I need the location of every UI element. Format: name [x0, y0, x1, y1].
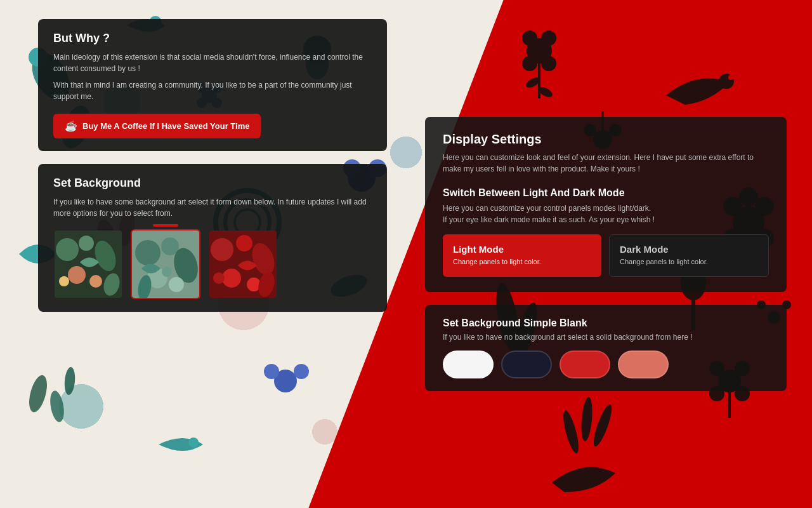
- mode-section: Switch Between Light And Dark Mode Here …: [443, 187, 769, 276]
- svg-point-66: [79, 236, 94, 251]
- thumbnail-3[interactable]: [208, 229, 278, 299]
- why-para2: With that in mind I am creating a commun…: [53, 79, 372, 102]
- why-title: But Why ?: [53, 32, 372, 45]
- mode-section-title: Switch Between Light And Dark Mode: [443, 187, 769, 199]
- svg-point-68: [68, 266, 86, 284]
- display-settings-panel: Display Settings Here you can customize …: [425, 117, 787, 291]
- simple-blank-desc: If you like to have no background art se…: [443, 333, 769, 342]
- coffee-btn-label: Buy Me A Coffee If I Have Saved Your Tim…: [82, 121, 249, 131]
- set-background-panel: Set Background If you like to have some …: [38, 164, 387, 312]
- color-swatches: [443, 351, 769, 378]
- mode-desc-line1: Here you can customize your control pane…: [443, 204, 651, 213]
- svg-point-69: [89, 275, 102, 288]
- why-panel: But Why ? Main ideology of this extensio…: [38, 19, 387, 151]
- svg-point-78: [162, 267, 172, 277]
- main-content: But Why ? Main ideology of this extensio…: [0, 0, 812, 508]
- right-section: Display Settings Here you can customize …: [406, 0, 812, 508]
- light-mode-label: Light Mode: [453, 244, 591, 255]
- set-bg-title: Set Background: [53, 177, 372, 190]
- dark-mode-label: Dark Mode: [620, 244, 758, 255]
- simple-blank-title: Set Background Simple Blank: [443, 318, 769, 329]
- left-section: But Why ? Main ideology of this extensio…: [0, 0, 406, 508]
- mode-buttons: Light Mode Change panels to light color.…: [443, 234, 769, 276]
- svg-point-77: [169, 277, 184, 292]
- mode-desc-line2: If your eye like dark mode make it as su…: [443, 215, 655, 224]
- svg-point-81: [211, 238, 233, 261]
- thumbnail-1[interactable]: [53, 229, 123, 299]
- light-mode-sub: Change panels to light color.: [453, 257, 591, 267]
- svg-point-82: [236, 235, 252, 251]
- swatch-dark[interactable]: [501, 351, 552, 378]
- thumbnail-1-wrapper: [53, 229, 123, 299]
- mode-section-desc: Here you can customize your control pane…: [443, 203, 769, 225]
- coffee-button[interactable]: ☕ Buy Me A Coffee If I Have Saved Your T…: [53, 114, 261, 138]
- swatch-salmon[interactable]: [618, 351, 669, 378]
- selected-indicator: [153, 224, 178, 227]
- dark-mode-button[interactable]: Dark Mode Change panels to light color.: [609, 234, 769, 276]
- svg-point-65: [56, 238, 79, 261]
- bg-thumbnails: [53, 229, 372, 299]
- light-mode-button[interactable]: Light Mode Change panels to light color.: [443, 234, 601, 276]
- swatch-white[interactable]: [443, 351, 494, 378]
- display-title: Display Settings: [443, 132, 769, 147]
- swatch-red[interactable]: [560, 351, 610, 378]
- simple-blank-panel: Set Background Simple Blank If you like …: [425, 305, 787, 391]
- thumbnail-2[interactable]: [131, 229, 200, 299]
- svg-point-84: [222, 269, 241, 288]
- thumbnail-2-wrapper: [131, 229, 200, 299]
- coffee-icon: ☕: [65, 120, 77, 132]
- svg-point-71: [59, 276, 69, 286]
- dark-mode-sub: Change panels to light color.: [620, 257, 758, 267]
- svg-point-86: [213, 272, 225, 284]
- display-desc: Here you can customize look and feel of …: [443, 152, 769, 175]
- set-bg-desc: If you like to have some background art …: [53, 196, 372, 219]
- why-para1: Main ideology of this extension is that …: [53, 51, 372, 74]
- svg-point-73: [135, 240, 160, 265]
- thumbnail-3-wrapper: [208, 229, 278, 299]
